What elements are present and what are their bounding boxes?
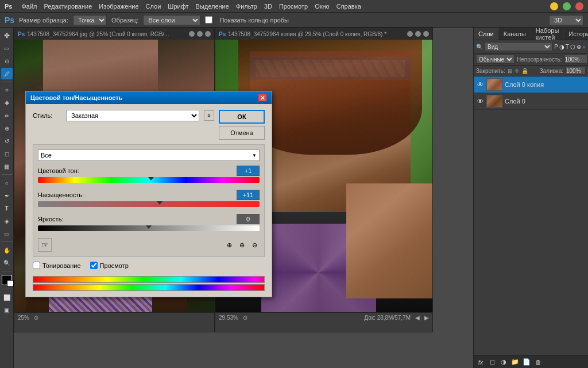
- tab-history[interactable]: История: [564, 28, 588, 40]
- menu-help[interactable]: Справка: [336, 3, 361, 10]
- toning-checkbox[interactable]: [33, 262, 40, 269]
- shape-tool[interactable]: ▭: [1, 228, 13, 239]
- sample-select[interactable]: Все слои: [143, 15, 200, 25]
- menu-3d[interactable]: 3D: [264, 3, 272, 10]
- menu-layers[interactable]: Слои: [146, 3, 161, 10]
- selection-tool[interactable]: ▭: [1, 43, 13, 54]
- bright-input[interactable]: [237, 214, 260, 224]
- brush-tool[interactable]: ✏: [1, 110, 13, 121]
- filter-adj-icon[interactable]: ◑: [559, 44, 564, 50]
- adjustment-button[interactable]: ◑: [499, 358, 508, 367]
- style-select[interactable]: Заказная: [66, 110, 199, 121]
- lasso-tool[interactable]: ⊙: [1, 55, 13, 67]
- menu-window[interactable]: Окно: [315, 3, 330, 10]
- menu-image[interactable]: Изображение: [99, 3, 138, 10]
- channel-select[interactable]: Все ▼: [38, 150, 260, 161]
- close-button[interactable]: [575, 2, 583, 10]
- crop-tool[interactable]: ⌗: [1, 85, 13, 96]
- menu-select[interactable]: Выделение: [196, 3, 229, 10]
- doc2-maximize[interactable]: [415, 31, 421, 37]
- filter-smart-icon[interactable]: ⊛: [577, 44, 581, 50]
- cancel-button[interactable]: Отмена: [219, 126, 265, 140]
- lock-pixels-icon[interactable]: ⊞: [508, 68, 512, 74]
- hue-input[interactable]: [237, 166, 260, 176]
- bright-thumb[interactable]: [146, 225, 152, 229]
- style-options-btn[interactable]: ≡: [204, 110, 214, 121]
- sat-slider-track[interactable]: [38, 201, 260, 209]
- doc1-close[interactable]: [205, 31, 211, 37]
- preview-checkbox[interactable]: [90, 262, 98, 269]
- layer-0-eye[interactable]: 👁: [476, 97, 484, 105]
- doc2-nav-right[interactable]: ▶: [424, 315, 429, 321]
- bright-slider-track[interactable]: [38, 225, 260, 233]
- channel-value: Все: [41, 152, 52, 159]
- move-tool[interactable]: ✤: [1, 30, 13, 41]
- hue-thumb[interactable]: [148, 177, 154, 181]
- pen-tool[interactable]: ✒: [1, 190, 13, 201]
- zoom-tool[interactable]: 🔍: [1, 257, 13, 269]
- main-layout: ✤ ▭ ⊙ 🖉 ⌗ ✚ ✏ ⊕ ↺ ◻ ▦ ○ ✒ T ◈ ▭ ✋ 🔍 ⬜ ▣ …: [0, 28, 588, 368]
- group-button[interactable]: 📁: [510, 358, 520, 367]
- heal-tool[interactable]: ✚: [1, 97, 13, 109]
- filter-type-icon[interactable]: T: [566, 44, 569, 50]
- add-mask-button[interactable]: ◻: [488, 358, 497, 367]
- hue-slider-track[interactable]: [38, 177, 260, 185]
- delete-layer-button[interactable]: 🗑: [533, 358, 543, 367]
- doc2-nav-left[interactable]: ◀: [415, 315, 420, 321]
- gradient-tool[interactable]: ▦: [1, 160, 13, 172]
- menu-filter[interactable]: Фильтр: [236, 3, 257, 10]
- doc2-minimize[interactable]: [407, 31, 413, 37]
- 3d-select[interactable]: 3D: [549, 15, 583, 25]
- fx-button[interactable]: fx: [476, 358, 485, 367]
- opacity-input[interactable]: [564, 55, 587, 64]
- show-ring-checkbox[interactable]: [205, 16, 212, 24]
- layer-item-0-copy[interactable]: 👁 Слой 0 копия: [474, 76, 588, 93]
- ok-button[interactable]: ОК: [219, 110, 265, 124]
- tab-channels[interactable]: Каналы: [499, 28, 531, 40]
- eyedropper-add-btn[interactable]: ⊕: [237, 240, 247, 250]
- sat-thumb[interactable]: [157, 201, 163, 205]
- layer-0-copy-eye[interactable]: 👁: [476, 80, 484, 89]
- clone-tool[interactable]: ⊕: [1, 122, 13, 134]
- eraser-tool[interactable]: ◻: [1, 148, 13, 159]
- new-layer-button[interactable]: 📄: [522, 358, 531, 367]
- tab-brushes[interactable]: Наборы кистей: [531, 28, 564, 40]
- dialog-close-button[interactable]: ✕: [258, 94, 267, 102]
- background-color[interactable]: [7, 280, 14, 287]
- eyedropper-btn[interactable]: ⊕: [224, 240, 234, 250]
- doc1-maximize[interactable]: [197, 31, 203, 37]
- eyedropper-sub-btn[interactable]: ⊖: [249, 240, 260, 250]
- history-brush[interactable]: ↺: [1, 135, 13, 147]
- doc1-minimize[interactable]: [189, 31, 195, 37]
- hand-tool[interactable]: ✋: [1, 244, 13, 256]
- size-select[interactable]: Точка: [73, 15, 107, 25]
- sat-input[interactable]: [237, 190, 260, 200]
- eyedropper-tool[interactable]: 🖉: [1, 68, 13, 79]
- layer-item-0[interactable]: 👁 Слой 0: [474, 93, 588, 110]
- dodge-tool[interactable]: ○: [1, 177, 13, 189]
- filter-shape-icon[interactable]: ⬡: [570, 44, 575, 50]
- filter-toggle[interactable]: ●: [582, 44, 586, 50]
- filter-kind-select[interactable]: Вид: [485, 42, 552, 51]
- menu-edit[interactable]: Редактирование: [44, 3, 92, 10]
- menu-font[interactable]: Шрифт: [168, 3, 188, 10]
- blend-mode-select[interactable]: Обычные: [476, 55, 514, 64]
- path-tool[interactable]: ◈: [1, 215, 13, 227]
- minimize-button[interactable]: [550, 2, 558, 10]
- hue-saturation-dialog[interactable]: Цветовой тон/Насыщенность ✕ Стиль: Заказ…: [25, 91, 272, 297]
- menu-view[interactable]: Просмотр: [279, 3, 308, 10]
- text-tool[interactable]: T: [1, 202, 13, 214]
- lock-all-icon[interactable]: 🔒: [521, 68, 528, 74]
- doc2-close[interactable]: [423, 31, 429, 37]
- foreground-color[interactable]: [2, 275, 12, 285]
- sample-label: Образец:: [111, 17, 138, 24]
- maximize-button[interactable]: [563, 2, 571, 10]
- tab-layers[interactable]: Слои: [474, 28, 499, 40]
- lock-move-icon[interactable]: ✛: [514, 68, 519, 74]
- filter-pixel-icon[interactable]: P: [554, 44, 558, 50]
- hand-cursor-btn[interactable]: ☞: [38, 238, 52, 252]
- menu-file[interactable]: Файл: [21, 3, 37, 10]
- quickmask-tool[interactable]: ⬜: [1, 292, 13, 303]
- fill-input[interactable]: [566, 67, 586, 75]
- screen-mode[interactable]: ▣: [1, 304, 13, 316]
